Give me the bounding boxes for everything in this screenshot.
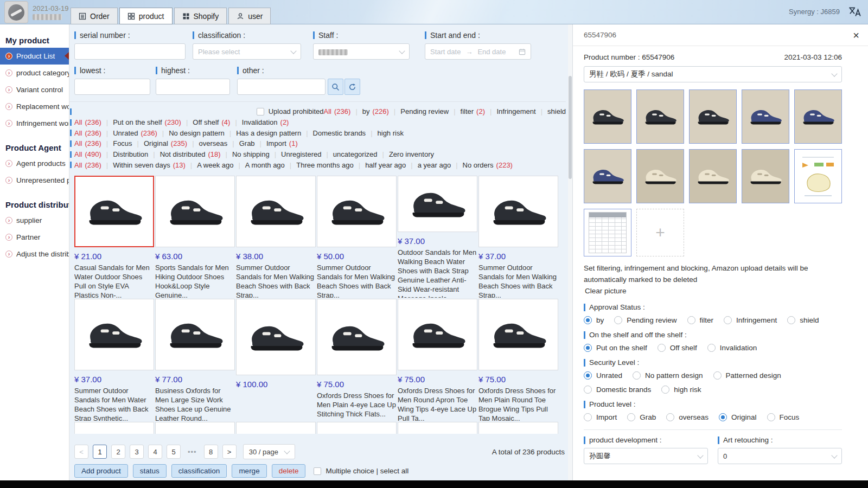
sidebar-item[interactable]: ›Infringement wor [0, 115, 69, 132]
sidebar-item[interactable]: ›Agent products [0, 155, 69, 172]
radio-option[interactable]: Put on the shelf [584, 344, 647, 352]
sidebar-item[interactable]: ›Partner [0, 229, 69, 246]
product-thumbnail[interactable] [584, 89, 631, 144]
filter-link[interactable]: Unrated(236) [101, 129, 157, 137]
product-card[interactable]: ¥ 75.00 Oxfords Dress Shoes for Men Plai… [478, 299, 558, 421]
filter-link[interactable]: Zero inventory [378, 150, 434, 158]
action-button[interactable]: classification [171, 464, 227, 478]
staff-select[interactable] [313, 43, 410, 60]
filter-link[interactable]: Distribution [101, 150, 148, 158]
action-button[interactable]: merge [232, 464, 266, 478]
radio-option[interactable]: Pending review [614, 316, 676, 324]
product-card-partial[interactable] [74, 422, 154, 434]
refresh-button[interactable] [344, 79, 360, 95]
filter-link[interactable]: No shipping [221, 150, 270, 158]
tab-user[interactable]: user [228, 8, 271, 24]
filter-link[interactable]: shield [536, 107, 566, 115]
filter-link[interactable]: by(226) [350, 107, 388, 115]
product-card[interactable]: ¥ 37.00 Outdoor Sandals for Men Walking … [398, 176, 477, 298]
product-thumbnail[interactable] [794, 149, 842, 203]
product-card[interactable]: ¥ 37.00 Summer Outdoor Sandals for Men W… [74, 299, 154, 421]
filter-link[interactable]: Not distributed(18) [148, 150, 220, 158]
search-button[interactable] [328, 79, 343, 95]
product-thumbnail[interactable] [584, 209, 631, 256]
classification-select[interactable]: Please select [193, 43, 301, 60]
page-button[interactable]: 1 [93, 445, 107, 459]
highest-price-input[interactable] [156, 79, 230, 95]
sidebar-item[interactable]: ›Product List [0, 48, 69, 65]
action-button[interactable]: delete [272, 464, 306, 478]
product-thumbnail[interactable] [689, 89, 737, 144]
upload-prohibited-checkbox[interactable]: Upload prohibited [257, 107, 324, 115]
page-button[interactable]: 8 [204, 445, 218, 459]
multi-select-checkbox[interactable]: Multiple choice | select all [310, 467, 409, 475]
page-button[interactable]: 3 [130, 445, 144, 459]
filter-link[interactable]: All(236) [74, 161, 101, 169]
radio-option[interactable]: Focus [767, 413, 800, 421]
art-retouching-select[interactable]: 0 [718, 448, 842, 464]
product-card[interactable]: ¥ 50.00 Summer Outdoor Sandals for Men W… [317, 176, 397, 298]
page-button[interactable]: < [74, 445, 88, 459]
product-card[interactable]: ¥ 75.00 Oxfords Dress Shoes for Men Plai… [317, 299, 397, 421]
sidebar-item[interactable]: ›Variant control [0, 81, 69, 98]
product-card[interactable]: ¥ 38.00 Summer Outdoor Sandals for Men W… [236, 176, 316, 298]
radio-option[interactable]: No pattern design [633, 371, 703, 380]
product-card-partial[interactable] [317, 422, 397, 434]
filter-link[interactable]: No design pattern [157, 129, 225, 137]
radio-option[interactable]: Invalidation [707, 344, 757, 352]
filter-link[interactable]: Off shelf(4) [181, 118, 230, 126]
product-card[interactable]: ¥ 63.00 Sports Sandals for Men Hiking Ou… [155, 176, 235, 298]
product-card-partial[interactable] [236, 422, 316, 434]
filter-link[interactable]: a year ago [406, 161, 451, 169]
filter-link[interactable]: Original(235) [132, 139, 188, 147]
filter-link[interactable]: No orders(223) [451, 161, 513, 169]
main-scrollbar-thumb[interactable] [569, 76, 572, 179]
page-button[interactable]: > [222, 445, 237, 459]
radio-option[interactable]: Import [584, 413, 617, 421]
filter-link[interactable]: A week ago [186, 161, 234, 169]
product-card[interactable]: ¥ 100.00 [236, 299, 316, 421]
filter-link[interactable]: Import(1) [255, 139, 298, 147]
filter-link[interactable]: half year ago [354, 161, 406, 169]
radio-option[interactable]: Original [719, 413, 757, 421]
filter-link[interactable]: Focus [101, 139, 132, 147]
filter-link[interactable]: Within seven days(13) [101, 161, 186, 169]
close-icon[interactable]: × [853, 30, 859, 41]
tab-shopify[interactable]: Shopify [174, 8, 227, 24]
filter-link[interactable]: Invalidation(2) [230, 118, 289, 126]
filter-link[interactable]: high risk [366, 129, 404, 137]
date-range-picker[interactable]: Start date→End date [425, 43, 531, 60]
sidebar-item[interactable]: ›product category [0, 65, 69, 81]
filter-link[interactable]: Unregistered [270, 150, 322, 158]
sidebar-item[interactable]: ›supplier [0, 212, 69, 229]
filter-link[interactable]: All(236) [74, 118, 101, 126]
product-thumbnail[interactable] [742, 149, 789, 203]
product-card-partial[interactable] [478, 422, 558, 434]
other-input[interactable] [237, 79, 326, 95]
page-button[interactable]: ••• [185, 445, 200, 459]
radio-option[interactable]: Domestic brands [584, 386, 651, 394]
filter-link[interactable]: Grab [227, 139, 254, 147]
filter-link[interactable]: filter(2) [449, 107, 485, 115]
product-card[interactable]: ¥ 75.00 Oxfords Dress Shoes for Men Roun… [398, 299, 477, 421]
radio-option[interactable]: Patterned design [713, 371, 781, 380]
filter-link[interactable]: All(236) [74, 139, 101, 147]
product-thumbnail[interactable] [794, 89, 842, 144]
product-card[interactable]: ¥ 21.00 Casual Sandals for Men Water Out… [74, 176, 154, 298]
action-button[interactable]: status [133, 464, 167, 478]
radio-option[interactable]: shield [787, 316, 819, 324]
product-thumbnail[interactable] [584, 149, 631, 203]
product-card-partial[interactable] [398, 422, 477, 434]
tab-product[interactable]: product [119, 8, 173, 24]
filter-link[interactable]: Has a design pattern [225, 129, 301, 137]
radio-option[interactable]: Off shelf [658, 344, 697, 352]
radio-option[interactable]: by [584, 316, 604, 324]
radio-option[interactable]: Unrated [584, 371, 622, 380]
category-select[interactable]: 男鞋 / 欧码 / 夏季 / sandal [584, 66, 842, 82]
serial-number-input[interactable] [74, 43, 186, 60]
page-button[interactable]: 4 [148, 445, 162, 459]
filter-link[interactable]: Pending review [389, 107, 449, 115]
product-card[interactable]: ¥ 37.00 Summer Outdoor Sandals for Men W… [478, 176, 558, 298]
sidebar-item[interactable]: ›Adjust the distrib [0, 246, 69, 262]
product-card-partial[interactable] [155, 422, 235, 434]
